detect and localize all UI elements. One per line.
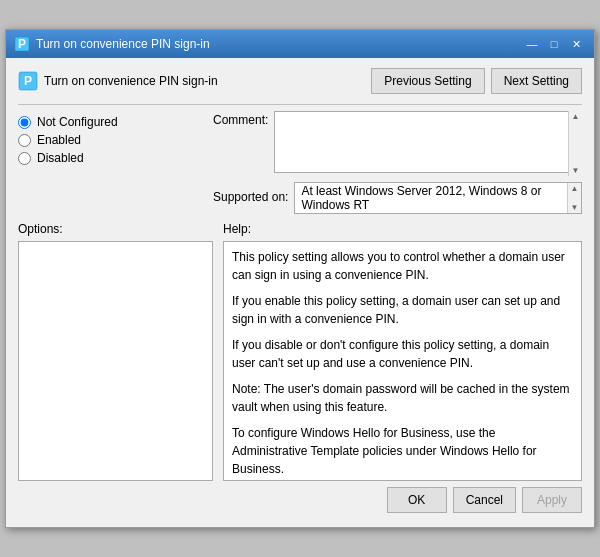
radio-not-configured-input[interactable] xyxy=(18,116,31,129)
ok-button[interactable]: OK xyxy=(387,487,447,513)
minimize-button[interactable]: — xyxy=(522,35,542,53)
help-paragraph-5: To configure Windows Hello for Business,… xyxy=(232,424,573,478)
maximize-button[interactable]: □ xyxy=(544,35,564,53)
comment-textarea[interactable] xyxy=(274,111,582,173)
options-section: Options: xyxy=(18,222,213,481)
help-paragraph-2: If you enable this policy setting, a dom… xyxy=(232,292,573,328)
cancel-button[interactable]: Cancel xyxy=(453,487,516,513)
supported-on-label: Supported on: xyxy=(213,190,288,204)
radio-disabled-label: Disabled xyxy=(37,151,84,165)
help-paragraph-3: If you disable or don't configure this p… xyxy=(232,336,573,372)
radio-not-configured-label: Not Configured xyxy=(37,115,118,129)
next-setting-button[interactable]: Next Setting xyxy=(491,68,582,94)
help-label: Help: xyxy=(223,222,582,236)
radio-disabled-input[interactable] xyxy=(18,152,31,165)
svg-text:P: P xyxy=(18,37,26,51)
radio-not-configured[interactable]: Not Configured xyxy=(18,115,203,129)
header-icon: P xyxy=(18,71,38,91)
supported-scrollbar[interactable]: ▲ ▼ xyxy=(567,183,581,213)
dialog-window: P Turn on convenience PIN sign-in — □ ✕ … xyxy=(5,29,595,528)
apply-button[interactable]: Apply xyxy=(522,487,582,513)
help-box: This policy setting allows you to contro… xyxy=(223,241,582,481)
svg-text:P: P xyxy=(24,74,32,88)
radio-enabled[interactable]: Enabled xyxy=(18,133,203,147)
header-row: P Turn on convenience PIN sign-in Previo… xyxy=(18,68,582,94)
help-paragraph-4: Note: The user's domain password will be… xyxy=(232,380,573,416)
content-area: P Turn on convenience PIN sign-in Previo… xyxy=(6,58,594,527)
title-bar-left: P Turn on convenience PIN sign-in xyxy=(14,36,210,52)
separator-1 xyxy=(18,104,582,105)
title-bar-controls: — □ ✕ xyxy=(522,35,586,53)
help-section: Help: This policy setting allows you to … xyxy=(223,222,582,481)
title-bar: P Turn on convenience PIN sign-in — □ ✕ xyxy=(6,30,594,58)
dialog-icon: P xyxy=(14,36,30,52)
header-left: P Turn on convenience PIN sign-in xyxy=(18,71,218,91)
close-button[interactable]: ✕ xyxy=(566,35,586,53)
comment-scrollbar[interactable]: ▲ ▼ xyxy=(568,111,582,176)
options-label: Options: xyxy=(18,222,213,236)
bottom-buttons: OK Cancel Apply xyxy=(18,481,582,517)
radio-enabled-input[interactable] xyxy=(18,134,31,147)
radio-disabled[interactable]: Disabled xyxy=(18,151,203,165)
header-buttons: Previous Setting Next Setting xyxy=(371,68,582,94)
previous-setting-button[interactable]: Previous Setting xyxy=(371,68,484,94)
radio-section: Not Configured Enabled Disabled xyxy=(18,111,203,206)
options-box xyxy=(18,241,213,481)
supported-on-value: At least Windows Server 2012, Windows 8 … xyxy=(294,182,582,214)
radio-enabled-label: Enabled xyxy=(37,133,81,147)
title-bar-title: Turn on convenience PIN sign-in xyxy=(36,37,210,51)
two-column-section: Options: Help: This policy setting allow… xyxy=(18,222,582,481)
supported-on-text: At least Windows Server 2012, Windows 8 … xyxy=(301,184,563,212)
comment-label: Comment: xyxy=(213,111,268,127)
header-title: Turn on convenience PIN sign-in xyxy=(44,74,218,88)
help-paragraph-1: This policy setting allows you to contro… xyxy=(232,248,573,284)
